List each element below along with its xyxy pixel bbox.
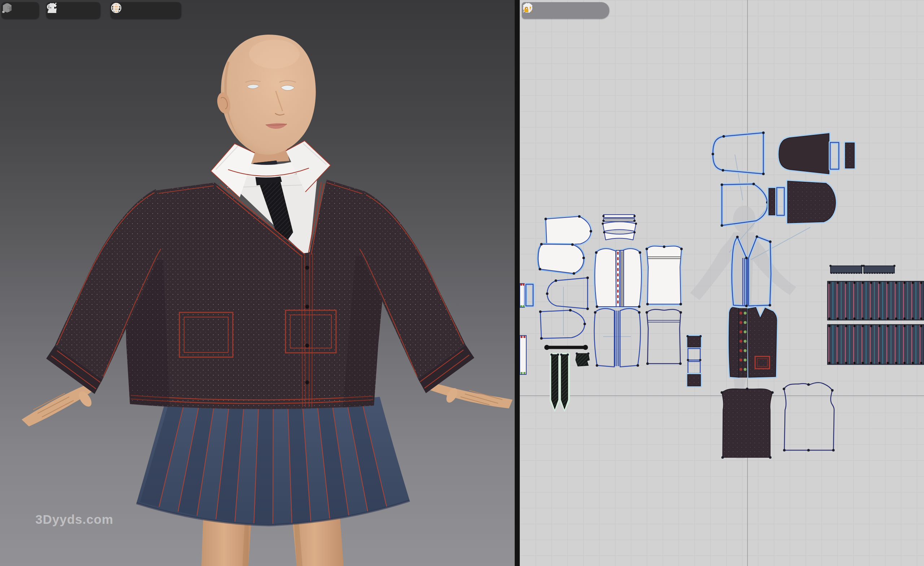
panel-2d-patterns[interactable]: i bbox=[520, 0, 924, 566]
pattern-canvas bbox=[520, 0, 924, 566]
skirt-3d[interactable] bbox=[136, 396, 410, 525]
cardigan-back-outline[interactable] bbox=[783, 382, 835, 451]
shirt-lock-icon[interactable] bbox=[592, 4, 605, 16]
cuff-dark-2[interactable] bbox=[769, 188, 776, 215]
cardigan-sleeve-dark-2[interactable] bbox=[788, 181, 836, 223]
cardigan-front-pair-dark[interactable] bbox=[729, 307, 777, 377]
garment-design-app: 3Dyyds.com bbox=[0, 0, 924, 566]
watermark: 3Dyyds.com bbox=[35, 512, 113, 527]
collar-band-bars[interactable] bbox=[602, 215, 636, 222]
collar-curved-band[interactable] bbox=[602, 222, 637, 231]
skirt-panel-striped-1[interactable] bbox=[828, 282, 924, 320]
toolbar-render-tools bbox=[111, 2, 181, 19]
panel-divider[interactable] bbox=[515, 0, 520, 566]
collar-stand-black-bar[interactable] bbox=[544, 345, 588, 350]
bust-icon[interactable] bbox=[148, 4, 160, 16]
cuff-outline-2[interactable] bbox=[777, 187, 784, 216]
garment-3d-icon[interactable] bbox=[22, 4, 34, 16]
skirt-waistband-1[interactable] bbox=[830, 265, 863, 273]
cardigan-sleeve-dark-top[interactable] bbox=[779, 133, 829, 174]
sewing-tools-icon[interactable] bbox=[67, 4, 80, 16]
toolbar-mode-tools bbox=[2, 2, 39, 19]
collar-white-band[interactable] bbox=[603, 231, 636, 240]
tie-knot-piece[interactable] bbox=[576, 352, 590, 366]
shirt-back-outline[interactable] bbox=[646, 310, 682, 365]
toolbar-2d-tools: i bbox=[522, 2, 609, 19]
avatar-hand-left bbox=[22, 383, 95, 427]
avatar-hand-right bbox=[427, 381, 513, 408]
toolbar-cloth-tools bbox=[46, 2, 100, 19]
tie-strips[interactable] bbox=[550, 353, 570, 412]
shirt-sleeve-white-selected[interactable] bbox=[538, 243, 585, 275]
avatar-icon[interactable] bbox=[84, 4, 96, 16]
cardigan-3d[interactable] bbox=[124, 180, 386, 409]
shirt-sleeve-outline-b[interactable] bbox=[539, 309, 586, 340]
shirt-sleeve-white[interactable] bbox=[544, 216, 592, 247]
globe-icon[interactable] bbox=[165, 4, 177, 16]
shirt-front-pair-outline[interactable] bbox=[594, 308, 640, 367]
pocket-squares-column[interactable] bbox=[687, 335, 702, 386]
avatar-head bbox=[217, 34, 316, 155]
cuff-dark-top[interactable] bbox=[845, 143, 854, 168]
skirt-waistband-2[interactable] bbox=[862, 265, 896, 273]
viewport-3d[interactable]: 3Dyyds.com bbox=[0, 0, 515, 566]
fabric-gray-icon[interactable] bbox=[131, 4, 144, 16]
cuff-outline-top[interactable] bbox=[830, 142, 839, 169]
shirt-sleeve-outline-a[interactable] bbox=[546, 277, 589, 310]
tshirt-icon[interactable] bbox=[543, 4, 555, 16]
cardigan-back-dark[interactable] bbox=[721, 388, 774, 459]
info-icon[interactable]: i bbox=[560, 4, 572, 16]
edge-partial-strips[interactable] bbox=[520, 283, 533, 374]
skirt-panel-striped-2[interactable] bbox=[828, 325, 924, 364]
shirt-front-pair-white[interactable] bbox=[595, 249, 641, 308]
shirt-back-white[interactable] bbox=[646, 246, 683, 305]
fabric-page-icon[interactable] bbox=[576, 4, 588, 16]
avatar-3d-render bbox=[0, 0, 515, 566]
cardigan-sleeve-outline-top[interactable] bbox=[712, 132, 765, 175]
